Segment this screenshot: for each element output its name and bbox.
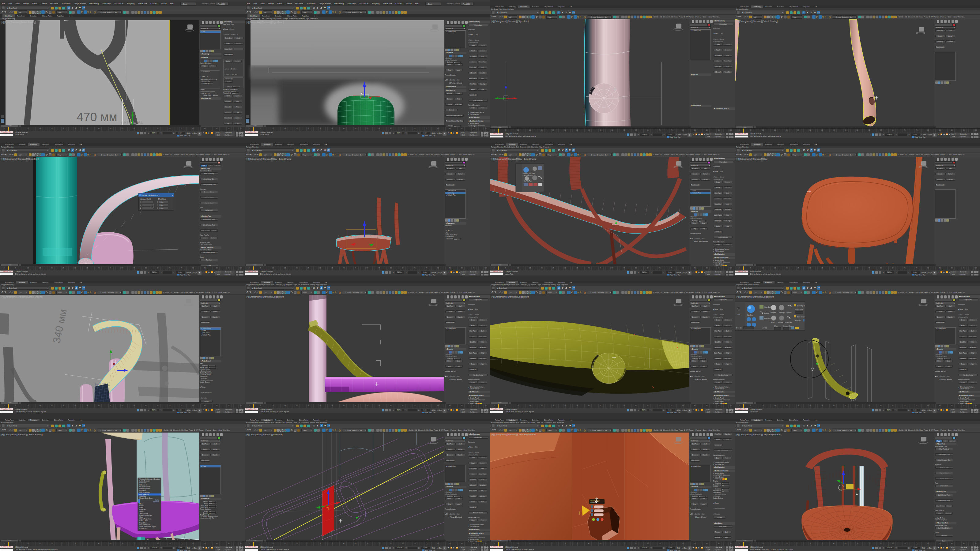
svg-text:Absolute:World: Absolute:World: [140, 198, 151, 200]
svg-text:Move Transform Ty...: Move Transform Ty...: [142, 194, 159, 196]
svg-text:[+] [Orthographic] [Standard]: [+] [Orthographic] [Standard] [Clay + Ed…: [492, 433, 536, 436]
svg-text:[+] [Orthographic] [Standard]: [+] [Orthographic] [Standard] [Wireframe…: [247, 433, 283, 436]
svg-text:Chamfer: Chamfer: [590, 502, 596, 503]
svg-text:Use Cut Paint: Use Cut Paint: [524, 180, 533, 182]
svg-text:Manage State Sets...: Manage State Sets...: [139, 497, 153, 499]
svg-text:[+] [Orthographic] [Standard]: [+] [Orthographic] [Standard] [Object Pa…: [2, 158, 39, 160]
svg-text:[+] [Orthographic] [Standard]: [+] [Orthographic] [Standard] [Clay + Ed…: [247, 158, 291, 160]
svg-text:Strips: Strips: [770, 321, 775, 323]
svg-text:Offset:World: Offset:World: [158, 198, 166, 200]
svg-text:0,0cm: 0,0cm: [159, 205, 164, 206]
svg-text:Draw On:: Draw On:: [736, 327, 742, 329]
svg-text:Select Similar: Select Similar: [139, 513, 148, 514]
svg-text:Wire Parameters...: Wire Parameters...: [139, 524, 151, 526]
svg-text:Viewport Lighting and Shadows: Viewport Lighting and Shadows: [139, 478, 160, 480]
svg-text:Splines: Splines: [786, 311, 792, 313]
svg-text:Branches: Branches: [785, 321, 792, 323]
svg-text:Z:: Z:: [157, 207, 158, 209]
svg-text:Offset:: Offset:: [774, 326, 778, 327]
svg-text:Angle: 45: Angle: 45: [795, 320, 801, 321]
svg-text:[+] [Orthographic] [Standard]: [+] [Orthographic] [Standard] [Object Pa…: [737, 296, 774, 298]
svg-text:Surface: Surface: [778, 321, 783, 323]
svg-text:[+] [Orthographic] [Standard]: [+] [Orthographic] [Standard] [Default S…: [2, 433, 43, 436]
svg-text:[+] [Orthographic] [Standard]: [+] [Orthographic] [Standard] [Clay]: [737, 158, 767, 160]
svg-text:Last Slice Loop: Last Slice Loop: [523, 175, 533, 176]
svg-text:Rotate: Rotate: [139, 505, 144, 507]
svg-text:[+] [Orthographic] [Standard]: [+] [Orthographic] [Standard] [Default S…: [737, 20, 778, 23]
svg-text:[+] [Orthographic] [Standard]: [+] [Orthographic] [Standard] [Default S…: [2, 296, 43, 298]
svg-text:Isolate Selection: Isolate Selection: [139, 480, 150, 482]
svg-text:Place Pivot Surface: Place Pivot Surface: [139, 514, 152, 516]
svg-text:Move: Move: [139, 503, 143, 505]
svg-text:Show Trajectories Toggle: Show Trajectories Toggle: [139, 526, 156, 527]
svg-text:Y:: Y:: [140, 204, 141, 206]
svg-text:X:: X:: [140, 201, 142, 203]
svg-text:X:: X:: [157, 201, 158, 203]
svg-text:Unhide by Name: Unhide by Name: [139, 488, 150, 489]
svg-text:New Object: New Object: [797, 305, 805, 307]
svg-text:Solve Surface: Solve Surface: [797, 316, 806, 318]
svg-text:display: display: [155, 499, 159, 501]
svg-text:Clone: Clone: [139, 516, 143, 518]
svg-text:Placement: Placement: [139, 509, 146, 510]
svg-text:[+] [Orthographic] [Standard]: [+] [Orthographic] [Standard] [Object Pa…: [492, 20, 529, 23]
svg-text:Z:: Z:: [140, 207, 141, 209]
svg-text:Branch Taper: Branch Taper: [795, 309, 803, 310]
svg-text:End Isolate: End Isolate: [139, 482, 147, 484]
svg-text:Extend: Extend: [764, 312, 769, 314]
svg-text:[+] [Front] [Standard] [Defaul: [+] [Front] [Standard] [Default Shading]: [2, 21, 36, 24]
svg-text:Hide Unselected: Hide Unselected: [139, 492, 150, 493]
svg-text:Scale: Scale: [139, 507, 143, 508]
svg-text:0,0cm: 0,0cm: [159, 208, 164, 209]
svg-text:Freeze Selection: Freeze Selection: [139, 486, 150, 487]
svg-text:0,0cm: 0,0cm: [159, 202, 164, 203]
svg-text:Drag: Drag: [737, 313, 740, 315]
svg-text:470 мм: 470 мм: [76, 110, 117, 124]
svg-text:Unhide All: Unhide All: [139, 490, 146, 491]
svg-text:Conform: Conform: [747, 314, 753, 316]
svg-text:[+] [Perspective] [Standard] [: [+] [Perspective] [Standard] [Edged Face…: [247, 21, 284, 24]
svg-text:✕: ✕: [172, 194, 173, 196]
svg-text:Convert To:: Convert To:: [139, 528, 147, 529]
svg-text:Unfreeze All: Unfreeze All: [139, 484, 147, 486]
svg-text:[+] [Orthographic] [Standard]: [+] [Orthographic] [Standard] [Object Pa…: [492, 296, 529, 298]
svg-text:[+] [Orthographic] [Standard]: [+] [Orthographic] [Standard] [Object Pa…: [247, 296, 284, 298]
svg-text:Line002: Line002: [762, 327, 767, 329]
svg-text:Object Properties...: Object Properties...: [139, 518, 152, 520]
svg-text:Topology: Topology: [778, 311, 785, 313]
svg-text:Optimize: Optimize: [764, 318, 770, 319]
svg-text:Stop Build: Stop Build: [764, 306, 772, 308]
svg-text:Dope Sheet...: Dope Sheet...: [139, 522, 148, 524]
svg-text:Select: Select: [139, 511, 144, 512]
svg-text:Repeat Quick Swift: Repeat Quick Swift: [523, 173, 535, 175]
svg-text:Shapes: Shapes: [770, 311, 776, 313]
svg-text:[+] [Orthographic] [Standard]: [+] [Orthographic] [Standard] [Clay + Ed…: [737, 433, 781, 436]
svg-text:Curve Editor...: Curve Editor...: [139, 520, 148, 522]
svg-text:Y:: Y:: [157, 204, 158, 206]
svg-text:[+] [Orthographic] [Standard]: [+] [Orthographic] [Standard] [Clay + Ed…: [492, 158, 536, 160]
svg-text:transform: transform: [153, 501, 159, 503]
svg-text:State Sets: State Sets: [139, 495, 146, 497]
